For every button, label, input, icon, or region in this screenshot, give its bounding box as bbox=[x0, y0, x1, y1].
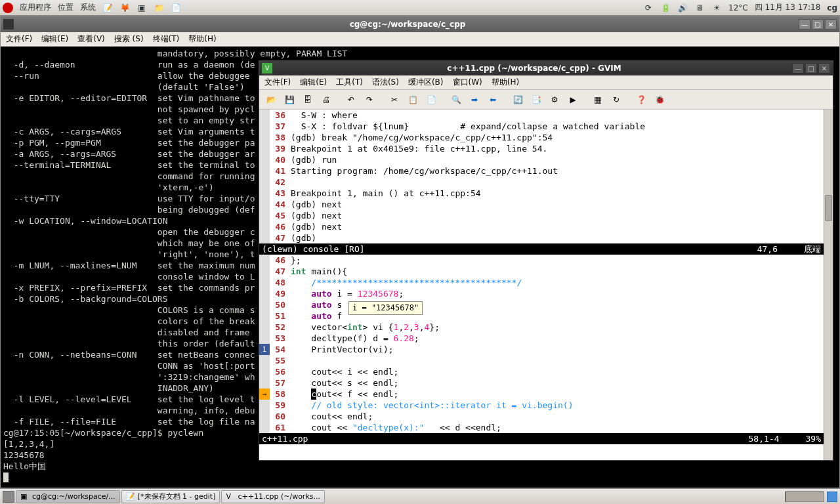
terminal-launcher-icon[interactable]: ▣ bbox=[136, 3, 147, 13]
next-icon[interactable]: ➡ bbox=[467, 92, 482, 108]
menu-buffers[interactable]: 缓冲区(B) bbox=[408, 77, 444, 88]
redhat-icon bbox=[3, 3, 13, 13]
notes-launcher-icon[interactable]: 📄 bbox=[171, 3, 181, 13]
find-icon[interactable]: 🔍 bbox=[448, 92, 464, 108]
gedit-launcher-icon[interactable]: 📝 bbox=[102, 3, 113, 13]
ctags-icon[interactable]: ↻ bbox=[608, 92, 624, 108]
gnome-bottom-panel: ▣ cg@cg:~/workspace/... 📝 [*未保存文档 1 - ge… bbox=[0, 488, 840, 504]
status-pos: 47,6 bbox=[757, 243, 778, 255]
menu-terminal[interactable]: 终端(T) bbox=[153, 33, 180, 45]
prev-icon[interactable]: ⬅ bbox=[485, 92, 501, 108]
taskbar-label: c++11.cpp (~/works... bbox=[238, 492, 320, 501]
menu-search[interactable]: 搜索 (S) bbox=[114, 33, 144, 45]
saveall-icon[interactable]: 🗄 bbox=[300, 92, 316, 108]
taskbar-terminal[interactable]: ▣ cg@cg:~/workspace/... bbox=[16, 490, 120, 503]
workspace-switcher[interactable] bbox=[785, 492, 824, 502]
user-label[interactable]: cg bbox=[827, 3, 837, 12]
firefox-launcher-icon[interactable]: 🦊 bbox=[119, 3, 130, 13]
minimize-button[interactable]: — bbox=[792, 63, 804, 74]
gvim-window: V c++11.cpp (~/workspace/c_cpp) - GVIM —… bbox=[259, 60, 833, 461]
gvim-console-pane[interactable]: 36 S-W : where37 S-X : foldvar ${lnum} #… bbox=[259, 110, 824, 243]
places-menu[interactable]: 位置 bbox=[58, 2, 74, 13]
paste-icon[interactable]: 📄 bbox=[423, 92, 439, 108]
apps-menu[interactable]: 应用程序 bbox=[20, 2, 51, 13]
console-status-line: (clewn) console [RO] 47,6底端 bbox=[259, 243, 824, 255]
weather-icon: ☀ bbox=[711, 3, 722, 13]
network-icon[interactable]: 🖥 bbox=[694, 3, 705, 13]
open-icon[interactable]: 📂 bbox=[263, 92, 279, 108]
clock-label[interactable]: 四 11月 13 17:18 bbox=[755, 2, 821, 13]
close-button[interactable]: ✕ bbox=[818, 63, 830, 74]
status-filename: (clewn) console [RO] bbox=[262, 243, 365, 255]
gvim-toolbar: 📂 💾 🗄 🖨 ↶ ↷ ✂ 📋 📄 🔍 ➡ ⬅ 🔄 📑 ⚙ ▶ ▦ ↻ ❓ 🐞 bbox=[259, 90, 833, 110]
source-status-line: c++11.cpp 58,1-439% bbox=[259, 433, 824, 444]
help-icon[interactable]: ❓ bbox=[633, 92, 649, 108]
session-icon[interactable]: 📑 bbox=[528, 92, 544, 108]
shell-icon[interactable]: ▦ bbox=[590, 92, 606, 108]
gedit-icon: 📝 bbox=[126, 492, 135, 501]
gvim-source-pane[interactable]: i = "12345678" 46};47int main(){48 /****… bbox=[259, 255, 824, 433]
taskbar-gedit[interactable]: 📝 [*未保存文档 1 - gedit] bbox=[121, 490, 220, 503]
status-mode: 39% bbox=[806, 433, 821, 444]
status-pos: 58,1-4 bbox=[749, 433, 780, 444]
debug-tooltip: i = "12345678" bbox=[348, 301, 423, 315]
menu-file[interactable]: 文件(F) bbox=[6, 33, 32, 45]
system-menu[interactable]: 系统 bbox=[80, 2, 96, 13]
gvim-menubar: 文件(F) 编辑(E) 工具(T) 语法(S) 缓冲区(B) 窗口(W) 帮助(… bbox=[259, 75, 833, 90]
applet-icon[interactable]: 🔋 bbox=[660, 3, 671, 13]
print-icon[interactable]: 🖨 bbox=[318, 92, 334, 108]
status-mode: 底端 bbox=[804, 243, 821, 255]
menu-help[interactable]: 帮助(H) bbox=[188, 33, 216, 45]
menu-window[interactable]: 窗口(W) bbox=[453, 77, 482, 88]
menu-view[interactable]: 查看(V) bbox=[77, 33, 105, 45]
terminal-titlebar[interactable]: cg@cg:~/workspace/c_cpp — □ ✕ bbox=[1, 16, 839, 32]
replace-icon[interactable]: 🔄 bbox=[510, 92, 526, 108]
maximize-button[interactable]: □ bbox=[805, 63, 817, 74]
gvim-scrollbar[interactable] bbox=[824, 110, 833, 460]
menu-help[interactable]: 帮助(H) bbox=[492, 77, 519, 88]
maximize-button[interactable]: □ bbox=[812, 19, 824, 30]
close-button[interactable]: ✕ bbox=[825, 19, 837, 30]
nautilus-launcher-icon[interactable]: 📁 bbox=[154, 3, 164, 13]
redo-icon[interactable]: ↷ bbox=[362, 92, 377, 108]
terminal-title: cg@cg:~/workspace/c_cpp bbox=[350, 20, 466, 29]
taskbar-label: [*未保存文档 1 - gedit] bbox=[138, 492, 216, 501]
copy-icon[interactable]: 📋 bbox=[405, 92, 421, 108]
status-filename: c++11.cpp bbox=[262, 433, 308, 444]
volume-icon[interactable]: 🔊 bbox=[677, 3, 688, 13]
cut-icon[interactable]: ✂ bbox=[387, 92, 402, 108]
temperature-label: 12°C bbox=[728, 3, 748, 12]
save-icon[interactable]: 💾 bbox=[282, 92, 297, 108]
minimize-button[interactable]: — bbox=[799, 19, 810, 30]
taskbar-label: cg@cg:~/workspace/... bbox=[32, 492, 116, 501]
undo-icon[interactable]: ↶ bbox=[343, 92, 359, 108]
update-icon[interactable]: ⟳ bbox=[643, 3, 654, 13]
menu-file[interactable]: 文件(F) bbox=[264, 77, 291, 88]
gvim-titlebar[interactable]: V c++11.cpp (~/workspace/c_cpp) - GVIM —… bbox=[259, 61, 833, 75]
terminal-menubar: 文件(F) 编辑(E) 查看(V) 搜索 (S) 终端(T) 帮助(H) bbox=[1, 32, 839, 47]
menu-edit[interactable]: 编辑(E) bbox=[41, 33, 68, 45]
terminal-window-icon bbox=[3, 19, 14, 30]
gnome-top-panel: 应用程序 位置 系统 📝 🦊 ▣ 📁 📄 ⟳ 🔋 🔊 🖥 ☀ 12°C 四 11… bbox=[0, 0, 840, 16]
terminal-icon: ▣ bbox=[20, 492, 30, 501]
menu-syntax[interactable]: 语法(S) bbox=[372, 77, 399, 88]
menu-tools[interactable]: 工具(T) bbox=[336, 77, 363, 88]
taskbar-gvim[interactable]: V c++11.cpp (~/works... bbox=[221, 490, 325, 503]
run-icon[interactable]: ▶ bbox=[565, 92, 581, 108]
show-desktop-button[interactable] bbox=[3, 491, 14, 503]
menu-edit[interactable]: 编辑(E) bbox=[300, 77, 327, 88]
make-icon[interactable]: ⚙ bbox=[547, 92, 562, 108]
trash-icon[interactable] bbox=[827, 492, 837, 502]
gvim-icon: V bbox=[262, 63, 272, 74]
gvim-icon: V bbox=[226, 492, 235, 501]
bug-icon[interactable]: 🐞 bbox=[652, 92, 667, 108]
gvim-title: c++11.cpp (~/workspace/c_cpp) - GVIM bbox=[447, 64, 621, 73]
